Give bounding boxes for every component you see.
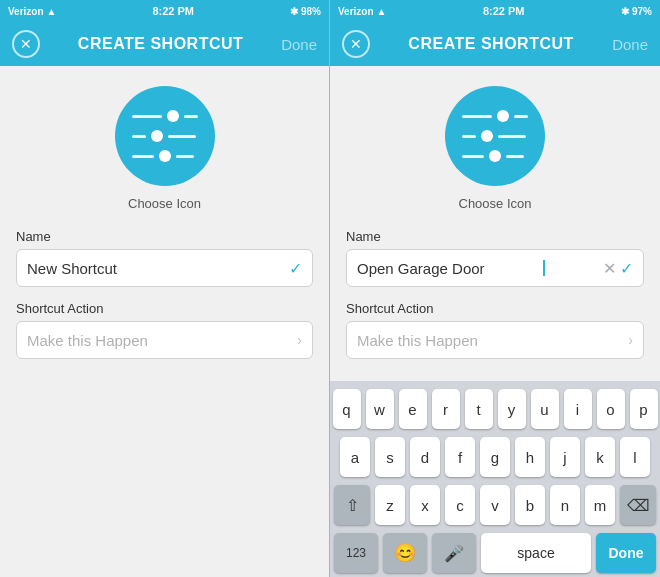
bluetooth-icon-1: ✱ <box>290 6 298 17</box>
kb-key-u[interactable]: u <box>531 389 559 429</box>
choose-icon-label-1[interactable]: Choose Icon <box>128 196 201 211</box>
kb-key-o[interactable]: o <box>597 389 625 429</box>
icon-circle-2[interactable] <box>445 86 545 186</box>
done-button-2[interactable]: Done <box>612 36 648 53</box>
kb-row-4: 123 😊 🎤 space Done <box>334 533 656 573</box>
slider-line-2-3a <box>462 155 484 158</box>
mic-key[interactable]: 🎤 <box>432 533 476 573</box>
header-title-2: CREATE SHORTCUT <box>370 35 612 53</box>
kb-key-l[interactable]: l <box>620 437 650 477</box>
kb-key-i[interactable]: i <box>564 389 592 429</box>
battery-2: 97% <box>632 6 652 17</box>
header-2: ✕ CREATE SHORTCUT Done <box>330 22 660 66</box>
close-icon-2: ✕ <box>350 36 362 52</box>
content-1: Choose Icon Name New Shortcut ✓ Shortcut… <box>0 66 329 577</box>
bluetooth-icon-2: ✱ <box>621 6 629 17</box>
time-1: 8:22 PM <box>152 5 194 17</box>
kb-key-v[interactable]: v <box>480 485 510 525</box>
slider-knob-3a <box>159 150 171 162</box>
kb-key-t[interactable]: t <box>465 389 493 429</box>
status-left-2: Verizon ▲ <box>338 6 386 17</box>
clear-icon-2[interactable]: ✕ <box>603 259 616 278</box>
kb-key-q[interactable]: q <box>333 389 361 429</box>
slider-line-2a <box>132 135 146 138</box>
kb-key-y[interactable]: y <box>498 389 526 429</box>
emoji-key[interactable]: 😊 <box>383 533 427 573</box>
slider-icon-2 <box>452 100 538 172</box>
kb-key-k[interactable]: k <box>585 437 615 477</box>
action-label-1: Shortcut Action <box>16 301 313 316</box>
chevron-icon-1: › <box>297 332 302 348</box>
screen1: Verizon ▲ 8:22 PM ✱ 98% ✕ CREATE SHORTCU… <box>0 0 330 577</box>
kb-key-z[interactable]: z <box>375 485 405 525</box>
kb-key-n[interactable]: n <box>550 485 580 525</box>
num-key[interactable]: 123 <box>334 533 378 573</box>
action-label-2: Shortcut Action <box>346 301 644 316</box>
slider-line-1b <box>184 115 198 118</box>
kb-key-g[interactable]: g <box>480 437 510 477</box>
kb-key-d[interactable]: d <box>410 437 440 477</box>
kb-key-b[interactable]: b <box>515 485 545 525</box>
shift-key[interactable]: ⇧ <box>334 485 370 525</box>
close-button-2[interactable]: ✕ <box>342 30 370 58</box>
slider-line-3a <box>132 155 154 158</box>
form-2: Name Open Garage Door ✕ ✓ Shortcut Actio… <box>346 229 644 359</box>
slider-line-3b <box>176 155 194 158</box>
slider-knob-2-1a <box>497 110 509 122</box>
battery-1: 98% <box>301 6 321 17</box>
slider-row-2-3 <box>462 150 528 162</box>
name-input-2[interactable]: Open Garage Door ✕ ✓ <box>346 249 644 287</box>
slider-row-1 <box>132 110 198 122</box>
chevron-icon-2: › <box>628 332 633 348</box>
close-icon-1: ✕ <box>20 36 32 52</box>
slider-row-2-1 <box>462 110 528 122</box>
action-placeholder-1: Make this Happen <box>27 332 148 349</box>
kb-key-c[interactable]: c <box>445 485 475 525</box>
status-right-1: ✱ 98% <box>290 6 321 17</box>
kb-key-s[interactable]: s <box>375 437 405 477</box>
carrier-1: Verizon <box>8 6 44 17</box>
kb-key-e[interactable]: e <box>399 389 427 429</box>
kb-key-a[interactable]: a <box>340 437 370 477</box>
status-bar-1: Verizon ▲ 8:22 PM ✱ 98% <box>0 0 329 22</box>
kb-key-f[interactable]: f <box>445 437 475 477</box>
header-title-1: CREATE SHORTCUT <box>40 35 281 53</box>
status-right-2: ✱ 97% <box>621 6 652 17</box>
kb-key-h[interactable]: h <box>515 437 545 477</box>
slider-line-2b <box>168 135 196 138</box>
kb-key-x[interactable]: x <box>410 485 440 525</box>
slider-line-2-3b <box>506 155 524 158</box>
delete-key[interactable]: ⌫ <box>620 485 656 525</box>
slider-icon-1 <box>122 100 208 172</box>
check-icon-2: ✓ <box>620 259 633 278</box>
kb-key-j[interactable]: j <box>550 437 580 477</box>
slider-line-2-1a <box>462 115 492 118</box>
kb-key-r[interactable]: r <box>432 389 460 429</box>
kb-key-w[interactable]: w <box>366 389 394 429</box>
name-value-1: New Shortcut <box>27 260 117 277</box>
slider-row-2 <box>132 130 198 142</box>
kb-row-2: a s d f g h j k l <box>334 437 656 477</box>
icon-circle-1[interactable] <box>115 86 215 186</box>
slider-line-2-2a <box>462 135 476 138</box>
slider-knob-2-3a <box>489 150 501 162</box>
close-button-1[interactable]: ✕ <box>12 30 40 58</box>
choose-icon-label-2[interactable]: Choose Icon <box>459 196 532 211</box>
action-row-1[interactable]: Make this Happen › <box>16 321 313 359</box>
kb-key-m[interactable]: m <box>585 485 615 525</box>
status-left-1: Verizon ▲ <box>8 6 56 17</box>
name-value-2: Open Garage Door <box>357 260 485 277</box>
time-2: 8:22 PM <box>483 5 525 17</box>
kb-key-p[interactable]: p <box>630 389 658 429</box>
name-input-1[interactable]: New Shortcut ✓ <box>16 249 313 287</box>
form-1: Name New Shortcut ✓ Shortcut Action Make… <box>16 229 313 359</box>
slider-row-2-2 <box>462 130 528 142</box>
keyboard: q w e r t y u i o p a s d f g h j k l ⇧ … <box>330 381 660 577</box>
keyboard-done-key[interactable]: Done <box>596 533 656 573</box>
wifi-icon-2: ▲ <box>377 6 387 17</box>
done-button-1[interactable]: Done <box>281 36 317 53</box>
kb-row-3: ⇧ z x c v b n m ⌫ <box>334 485 656 525</box>
action-row-2[interactable]: Make this Happen › <box>346 321 644 359</box>
action-placeholder-2: Make this Happen <box>357 332 478 349</box>
space-key[interactable]: space <box>481 533 591 573</box>
